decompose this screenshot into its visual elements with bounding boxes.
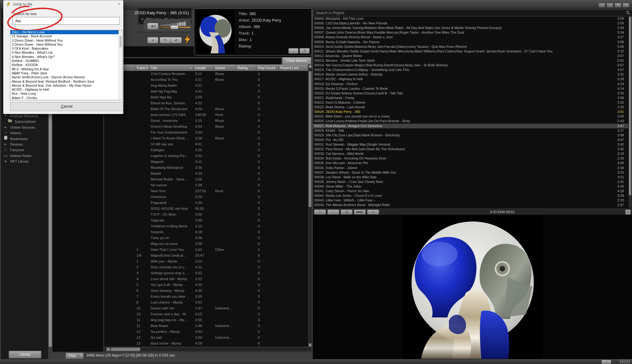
playlist-track[interactable]: 50543. Little Feat - WillinG - Little Fe… (313, 198, 628, 203)
playlist-track[interactable]: 50528. Khalid - Talk3:17 (313, 128, 628, 133)
table-row[interactable]: Wag mo na sana2:580 (104, 241, 308, 247)
table-row[interactable]: 4Love stood still - Mymp3:220 (104, 276, 308, 282)
winamp-bolt-icon[interactable] (183, 35, 191, 44)
table-row[interactable]: i'd still say yes4:410 (104, 141, 308, 147)
table-row[interactable]: Pagsubok3:340 (104, 200, 308, 206)
misc-button[interactable]: MISC (354, 209, 366, 215)
playlist-track[interactable]: 50541. Carly Simon - You're So Vain4:18 (313, 189, 628, 193)
table-row[interactable]: Maselang Bahaghari3:300 (104, 165, 308, 171)
playlist-track[interactable]: 50518. Ed Sheeran - Perfect4:23 (313, 82, 628, 86)
mute-button[interactable]: ◄)) (147, 23, 158, 30)
playlist-track[interactable]: 50520. DJ Snake;Selena Gomez;Ozuna;Cardi… (313, 91, 628, 96)
table-vscrollbar[interactable]: ▲ ▼ (308, 64, 312, 347)
playlist-track[interactable]: 50512. Anuel Aa - Quiere Beber3:07 (313, 54, 628, 58)
list-item[interactable]: 4 Non Blondes - What's Up (10, 51, 122, 55)
sidebar-item-online-services[interactable]: ▶Online Services (1, 125, 48, 130)
playlist-scroll-thumb[interactable] (629, 17, 631, 195)
playlist-track[interactable]: 50536. Dolly Parton - Jolene2:38 (313, 166, 628, 170)
table-row[interactable]: Bakit Nga Ba3:590 (104, 94, 308, 100)
list-item[interactable]: 3 Doors Down - Here Without You (10, 43, 122, 47)
playlist-track[interactable]: 50544. The Allman Brothers Band - Midnig… (313, 203, 628, 207)
table-row[interactable]: Tuloy pa rin4:360 (104, 235, 308, 241)
shuffle-button[interactable]: ↻ (160, 37, 171, 43)
table-row[interactable]: 5You got it all - Mymp4:330 (104, 282, 308, 288)
sidebar-item-history[interactable]: ⟲History (1, 130, 48, 136)
cancel-button[interactable]: Cancel (10, 102, 123, 111)
column-header-play-count[interactable]: Play Count (256, 64, 278, 71)
table-row[interactable]: Na naman2:380 (104, 182, 308, 188)
playlist-track[interactable]: 50521. Radiohead - Creep3:58 (313, 96, 628, 100)
table-row[interactable]: Legend of Joining Pin...2:030 (104, 153, 308, 159)
table-row[interactable]: Awit Ng Pag-ibig4:410 (104, 89, 308, 94)
playlist-search-input[interactable] (314, 10, 632, 16)
play-button[interactable]: Play (65, 353, 79, 359)
playlist-track[interactable]: 50542. Rickie Lee Jones - Chuck E's In L… (313, 193, 628, 198)
table-row[interactable]: 7Every breath you take ...3:550 (104, 294, 308, 300)
playlist-track[interactable]: 50538. Lou Reed - Walk on the Wild Side4… (313, 175, 628, 180)
table-row[interactable]: 2Only reminds me of y...4:210 (104, 264, 308, 270)
table-row[interactable]: 1Hate That I Love You3:43Other0 (104, 247, 308, 253)
dock-toggle-button[interactable]: ▲ (601, 360, 611, 364)
playlist-track[interactable]: 50514. Nio Garcia;Casper Magico;Bad Bunn… (313, 63, 628, 68)
playlist-track[interactable]: 50516. Martin Jensen;James Arthur - Nobo… (313, 72, 628, 77)
list-item[interactable]: Above & Beyond feat. Richard Bedford - N… (10, 80, 122, 84)
sidebar-item-subscriptions[interactable]: Subscriptions (1, 119, 48, 124)
list-button[interactable]: ≡ (367, 209, 379, 215)
table-row[interactable]: David - Insomnia3:15Blues0 (104, 118, 308, 124)
column-header-length[interactable]: Length (194, 64, 214, 71)
playlist-track[interactable]: 50530. Pnl - Au DD4:07 (313, 138, 628, 142)
minimize-button[interactable]: ─ (598, 3, 605, 8)
table-row[interactable]: Belle Of The Boulevard4:04Blues0 (104, 106, 308, 112)
list-item[interactable]: 10cc - I'm Not In Love (10, 30, 122, 34)
table-row[interactable]: 10Dance with me1:47Instrume...0 (104, 305, 308, 311)
playlist-track[interactable]: 50513. Nirvana - Smells Like Teen Spirit… (313, 58, 628, 63)
column-header-rating[interactable]: Rating (236, 64, 256, 71)
volume-slider-knob[interactable] (170, 25, 178, 29)
table-row[interactable]: 1With you - Mymp3:230 (104, 259, 308, 264)
sidebar-item-bookmarks[interactable]: Bookmarks (1, 136, 48, 142)
playlist-scrollbar[interactable] (629, 16, 632, 208)
table-row[interactable]: 6Sayo lamang - Mymp4:300 (104, 288, 308, 294)
repeat-button[interactable]: ⇄ (170, 37, 182, 43)
eject-button[interactable]: ▲ (147, 37, 158, 43)
sidebar-item-hotmix-radio[interactable]: ((•))Hotmix Radio (1, 153, 48, 159)
table-row[interactable]: Torpedo4:180 (104, 229, 308, 235)
list-item[interactable]: 6ix9ine - KOODA (10, 63, 122, 67)
list-item[interactable]: 6ix9ine - GUMMO (10, 59, 122, 63)
table-row[interactable]: 1/9MajestiChris Dedicat...33:470 (104, 253, 308, 259)
table-row[interactable]: For Your Entertainment3:340 (104, 130, 308, 135)
scroll-up-icon[interactable]: ▲ (309, 65, 312, 68)
table-row[interactable]: Tagaraw3:490 (104, 217, 308, 223)
playlist-track[interactable]: 50504. Blackpink - Kill This Love3:09 (313, 16, 628, 21)
table-row[interactable]: 12So sad2:00Instrume...0 (104, 335, 308, 341)
table-row[interactable]: Ang Aking Awitin4:310 (104, 83, 308, 89)
list-item[interactable]: AC/DC - Highway to Hell (10, 88, 122, 92)
resize-grip[interactable] (620, 360, 630, 363)
clear-search-button[interactable]: Clear Search (282, 57, 311, 64)
dialog-scrollbar[interactable] (119, 30, 122, 100)
table-row[interactable]: According To You3:21Blues0 (104, 77, 308, 83)
list-item[interactable]: 3 Of A Kind - Babycakes (10, 47, 122, 51)
list-item[interactable]: A$AP Ferg - Plain Jane (10, 71, 122, 75)
sidebar-scrollbar[interactable] (48, 113, 52, 347)
list-item[interactable]: Adam F - Circles (10, 96, 122, 100)
library-button[interactable]: Library (9, 351, 41, 358)
list-item[interactable]: 4 Non Blondes - What's Up? (10, 55, 122, 59)
table-row[interactable]: 3Nothign gonna stop a...4:520 (104, 270, 308, 276)
playlist-track[interactable]: 50534. Bob Dylan - Knocking On Heavens D… (313, 156, 628, 161)
table-row[interactable]: Banal na Aso, Santon...4:310 (104, 100, 308, 106)
playlist-track[interactable]: 50531. Rod Stewart - Maggie May [Single … (313, 142, 628, 147)
playlist-track[interactable]: 50529. Silk City;Dua Lipa;Diplo;Mark Ron… (313, 133, 628, 138)
playlist-track[interactable]: 50511. Shawn Mendes;Teddy Geiger;Scott H… (313, 49, 628, 54)
list-item[interactable]: Ace - How Long (10, 92, 122, 96)
select-button[interactable]: ▢ (341, 209, 353, 215)
playlist-track[interactable]: 50519. Becky G;Paulo Londra - Cuando Te … (313, 86, 628, 91)
column-header-genre[interactable]: Genre (214, 64, 236, 71)
table-row[interactable]: New Yers127:02Rock0 (104, 188, 308, 194)
playlist-track[interactable]: 50509. Becky G;Natti Natasha - Sin Pijam… (313, 40, 628, 44)
table-row[interactable]: 12Sa perfect - Mymp4:440 (104, 329, 308, 335)
scroll-left-icon[interactable]: ◀ (106, 348, 110, 351)
table-row[interactable]: 8Last chance - Mymp4:330 (104, 300, 308, 305)
jump-search-input[interactable] (13, 17, 120, 25)
pin-button[interactable]: Ŧ (614, 3, 622, 8)
